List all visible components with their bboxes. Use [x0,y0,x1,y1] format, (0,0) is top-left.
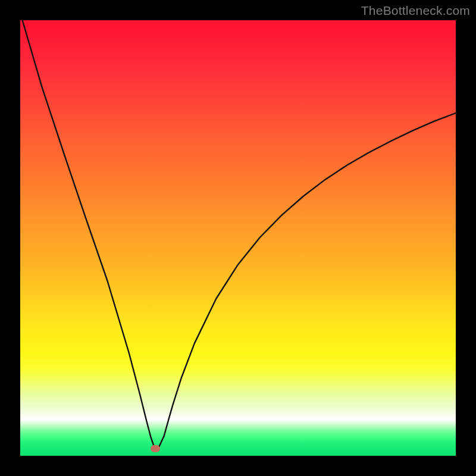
chart-frame: TheBottleneck.com [0,0,476,476]
optimal-point-marker [151,445,160,452]
bottleneck-curve [23,20,456,449]
watermark-text: TheBottleneck.com [361,4,470,18]
chart-plot-area [20,20,456,456]
chart-svg [20,20,456,456]
